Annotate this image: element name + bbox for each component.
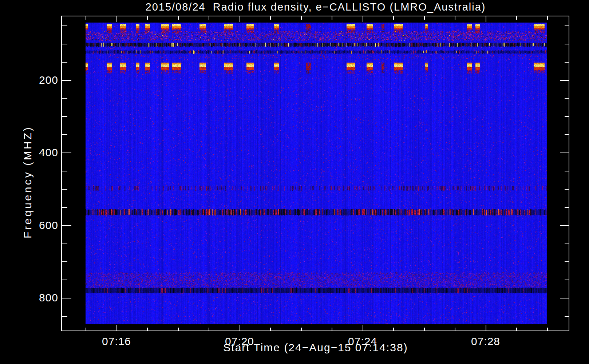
axis-tick <box>62 225 71 226</box>
axis-tick <box>86 328 86 331</box>
axis-tick <box>62 116 67 117</box>
axis-tick <box>393 328 394 331</box>
axis-tick <box>178 16 179 20</box>
axis-tick <box>240 325 240 331</box>
axis-tick <box>565 244 569 244</box>
axis-tick <box>565 280 569 280</box>
axis-tick <box>62 207 67 208</box>
axis-tick <box>565 98 569 99</box>
axis-tick <box>209 328 209 331</box>
axis-tick <box>560 298 569 298</box>
y-tick-label: 400 <box>15 146 58 159</box>
axis-tick <box>424 16 425 20</box>
axis-tick <box>565 116 569 117</box>
axis-tick <box>516 16 517 20</box>
axis-tick <box>62 171 67 171</box>
y-tick-label: 200 <box>15 74 58 86</box>
axis-tick <box>455 328 455 331</box>
y-tick-label: 800 <box>15 292 58 304</box>
spectrogram-figure: 2015/08/24 Radio flux density, e−CALLIST… <box>0 0 589 364</box>
axis-tick <box>565 171 569 171</box>
axis-tick <box>565 134 569 135</box>
axis-tick <box>62 261 67 262</box>
axis-tick <box>455 16 455 20</box>
axis-tick <box>486 325 486 331</box>
axis-tick <box>116 16 117 22</box>
axis-tick <box>62 134 67 135</box>
axis-tick <box>178 328 179 331</box>
axis-tick <box>62 44 67 44</box>
axis-tick <box>62 298 71 298</box>
axis-tick <box>332 328 332 331</box>
axis-tick <box>424 328 425 331</box>
axis-tick <box>486 16 486 22</box>
y-tick-label: 600 <box>15 219 58 232</box>
axis-tick <box>565 25 569 26</box>
x-axis-title: Start Time (24−Aug−15 07:14:38) <box>62 341 569 354</box>
axis-tick <box>301 16 302 20</box>
axis-tick <box>363 16 363 22</box>
axis-tick <box>547 328 548 331</box>
axis-tick <box>147 328 148 331</box>
axis-tick <box>62 62 67 63</box>
axis-tick <box>565 44 569 44</box>
axis-tick <box>332 16 332 20</box>
axis-tick <box>363 325 363 331</box>
axis-tick <box>62 280 67 280</box>
axis-tick <box>565 189 569 190</box>
axis-tick <box>547 16 548 20</box>
axis-tick <box>62 25 67 26</box>
chart-title: 2015/08/24 Radio flux density, e−CALLIST… <box>62 1 569 13</box>
axis-tick <box>393 16 394 20</box>
axis-tick <box>560 153 569 153</box>
axis-tick <box>270 328 271 331</box>
axis-tick <box>147 16 148 20</box>
axis-tick <box>516 328 517 331</box>
axis-tick <box>62 316 67 317</box>
axis-tick <box>116 325 117 331</box>
axis-tick <box>301 328 302 331</box>
axis-tick <box>62 80 71 81</box>
plot-frame <box>61 16 569 331</box>
axis-tick <box>62 98 67 99</box>
axis-tick <box>565 62 569 63</box>
axis-tick <box>86 16 86 20</box>
axis-tick <box>560 80 569 81</box>
axis-tick <box>209 16 209 20</box>
axis-tick <box>565 207 569 208</box>
axis-tick <box>62 153 71 153</box>
axis-tick <box>62 189 67 190</box>
axis-tick <box>240 16 240 22</box>
axis-tick <box>560 225 569 226</box>
axis-tick <box>270 16 271 20</box>
axis-tick <box>62 244 67 244</box>
axis-tick <box>565 316 569 317</box>
axis-tick <box>565 261 569 262</box>
